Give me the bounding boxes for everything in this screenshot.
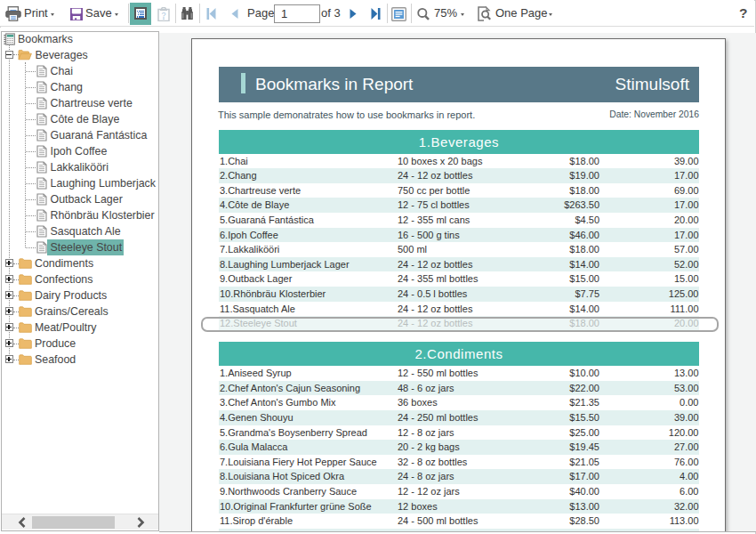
svg-text:?: ? (161, 11, 165, 20)
